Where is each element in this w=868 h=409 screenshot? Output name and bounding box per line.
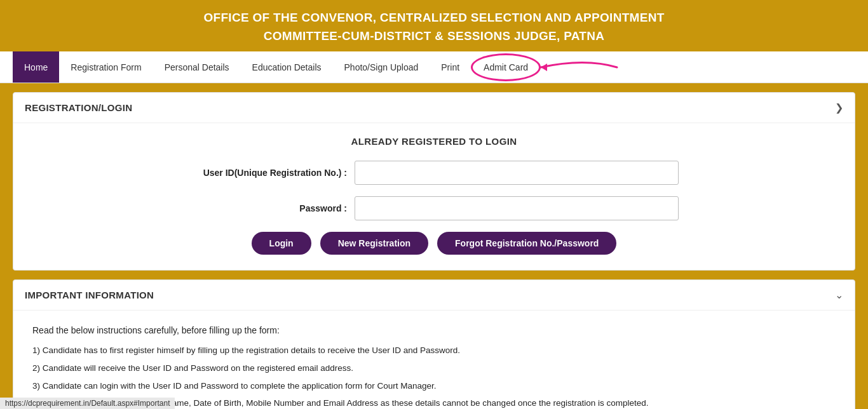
login-button[interactable]: Login <box>252 232 311 255</box>
status-url: https://dcprequirement.in/Default.aspx#I… <box>5 399 170 408</box>
navbar: Home Registration Form Personal Details … <box>0 51 868 83</box>
user-id-row: User ID(Unique Registration No.) : <box>32 161 836 185</box>
button-row: Login New Registration Forgot Registrati… <box>32 232 836 255</box>
arrow-annotation <box>534 55 623 80</box>
nav-home[interactable]: Home <box>13 51 59 83</box>
svg-marker-0 <box>541 64 547 71</box>
password-label: Password : <box>189 203 355 213</box>
important-info-chevron: ⌄ <box>835 289 843 301</box>
nav-registration-form[interactable]: Registration Form <box>59 51 153 83</box>
header-title-line1: OFFICE OF THE CONVENOR, CENTRALIZED SELE… <box>6 9 862 27</box>
user-id-input[interactable] <box>355 161 679 185</box>
important-info-panel-body: Read the below instructions carefully, b… <box>13 311 855 409</box>
nav-education-details[interactable]: Education Details <box>241 51 333 83</box>
info-item-1: 1) Candidate has to first register himse… <box>32 344 836 358</box>
nav-photo-sign-upload[interactable]: Photo/Sign Upload <box>333 51 430 83</box>
info-item-3: 3) Candidate can login with the User ID … <box>32 379 836 393</box>
user-id-label: User ID(Unique Registration No.) : <box>189 168 355 178</box>
info-item-2: 2) Candidate will receive the User ID an… <box>32 361 836 375</box>
nav-print[interactable]: Print <box>430 51 471 83</box>
password-row: Password : <box>32 196 836 220</box>
registration-login-panel-header[interactable]: REGISTRATION/LOGIN ❯ <box>13 93 855 123</box>
header-title-line2: COMMITTEE-CUM-DISTRICT & SESSIONS JUDGE,… <box>6 27 862 46</box>
login-section-title: ALREADY REGISTERED TO LOGIN <box>32 136 836 147</box>
registration-login-panel-title: REGISTRATION/LOGIN <box>25 102 132 113</box>
registration-login-panel: REGISTRATION/LOGIN ❯ ALREADY REGISTERED … <box>13 92 855 271</box>
main-content: REGISTRATION/LOGIN ❯ ALREADY REGISTERED … <box>13 92 855 409</box>
registration-login-chevron: ❯ <box>835 102 843 114</box>
admit-card-wrapper: Admit Card <box>471 51 541 83</box>
registration-login-panel-body: ALREADY REGISTERED TO LOGIN User ID(Uniq… <box>13 123 855 270</box>
nav-admit-card[interactable]: Admit Card <box>471 52 541 83</box>
nav-personal-details[interactable]: Personal Details <box>153 51 241 83</box>
info-intro: Read the below instructions carefully, b… <box>32 323 836 337</box>
page-header: OFFICE OF THE CONVENOR, CENTRALIZED SELE… <box>0 0 868 51</box>
new-registration-button[interactable]: New Registration <box>320 232 428 255</box>
status-bar: https://dcprequirement.in/Default.aspx#I… <box>0 398 175 409</box>
password-input[interactable] <box>355 196 679 220</box>
important-info-panel-header[interactable]: IMPORTANT INFORMATION ⌄ <box>13 280 855 311</box>
forgot-button[interactable]: Forgot Registration No./Password <box>437 232 616 255</box>
important-info-panel: IMPORTANT INFORMATION ⌄ Read the below i… <box>13 279 855 409</box>
important-info-panel-title: IMPORTANT INFORMATION <box>25 290 154 300</box>
